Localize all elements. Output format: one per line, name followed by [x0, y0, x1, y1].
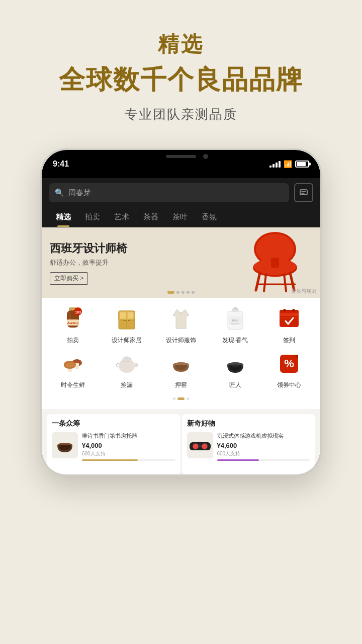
status-icons: 📶: [269, 160, 309, 168]
crowdfund-progress-fill: [82, 459, 138, 461]
coupon-icon: %: [276, 351, 302, 377]
category-coupon-label: 领券中心: [277, 381, 301, 389]
hero-title-small: 精选: [0, 30, 362, 58]
notch-camera: [203, 154, 208, 159]
search-bar: 🔍 周春芽: [42, 178, 320, 207]
pressed-icon: [168, 351, 194, 377]
crowdfund-product-image: [52, 432, 78, 458]
fragrance-icon: BRIG PARFUM: [224, 305, 247, 333]
category-coupon[interactable]: % 领券中心: [266, 350, 312, 389]
svg-rect-34: [280, 313, 299, 316]
artisan-icon: [222, 351, 248, 377]
category-designer-home[interactable]: 设计师家居: [104, 305, 149, 345]
message-icon[interactable]: [294, 183, 313, 202]
crowdfund-product[interactable]: 唯诗书香门第书房托器 ¥4,000 600人支持: [52, 432, 175, 461]
hero-title-large: 全球数千个良品品牌: [0, 62, 362, 98]
signin-icon-wrap: [275, 305, 303, 333]
category-seasonal-label: 时令生鲜: [61, 381, 85, 389]
novelty-product-info: 沉浸式体感游戏机虚拟现实 ¥4,600 600人支持: [217, 432, 311, 461]
battery-fill: [297, 162, 306, 166]
category-designer-fashion[interactable]: 设计师服饰: [158, 305, 204, 345]
svg-point-36: [283, 309, 286, 312]
category-pressed[interactable]: 押窑: [158, 350, 204, 389]
dot-3: [182, 291, 185, 294]
svg-text:183: 183: [75, 310, 81, 314]
svg-text:BRIG: BRIG: [232, 319, 238, 322]
search-input[interactable]: 周春芽: [68, 188, 91, 198]
tab-chaji[interactable]: 茶器: [136, 207, 165, 227]
svg-point-47: [122, 365, 132, 369]
auction-icon-wrap: Auction 183: [59, 305, 87, 333]
phone-wrapper: 9:41 📶: [0, 148, 362, 476]
category-fragrance-label: 发现·香气: [222, 336, 248, 345]
novelty-product-image: [187, 432, 213, 458]
ind-dot-1: [173, 397, 175, 400]
phone-time: 9:41: [53, 159, 69, 169]
designer-fashion-icon: [169, 305, 193, 333]
bargain-icon-wrap: [113, 350, 141, 378]
category-pressed-label: 押窑: [175, 381, 187, 389]
svg-rect-57: [199, 445, 202, 447]
search-input-area[interactable]: 🔍 周春芽: [49, 183, 289, 202]
crowdfund-progress-bar: [82, 459, 175, 461]
bargain-icon: [114, 351, 140, 377]
svg-line-5: [256, 273, 260, 290]
nav-tabs: 精选 拍卖 艺术 茶器 茶叶 香氛: [42, 207, 320, 227]
ind-dot-3: [187, 397, 189, 400]
tab-xiangqi[interactable]: 香氛: [195, 207, 224, 227]
tab-paimai[interactable]: 拍卖: [78, 207, 107, 227]
category-fragrance[interactable]: BRIG PARFUM 发现·香气: [213, 305, 258, 345]
category-designer-home-label: 设计师家居: [112, 336, 142, 345]
battery-icon: [295, 160, 309, 168]
svg-point-46: [124, 357, 129, 360]
novelty-product[interactable]: 沉浸式体感游戏机虚拟现实 ¥4,600 600人支持: [187, 432, 311, 461]
category-artisan-label: 匠人: [229, 381, 241, 389]
dot-5: [192, 291, 195, 294]
phone-notch: [141, 150, 221, 164]
signin-icon: [277, 306, 302, 332]
category-paimai[interactable]: Auction 183 拍卖: [50, 305, 96, 345]
category-artisan[interactable]: 匠人: [213, 350, 258, 389]
fragrance-icon-wrap: BRIG PARFUM: [221, 305, 249, 333]
category-grid: Auction 183 拍卖: [42, 298, 320, 409]
banner-cta-button[interactable]: 立即购买 >: [50, 272, 88, 285]
svg-line-8: [284, 274, 286, 291]
svg-point-37: [292, 309, 295, 312]
banner[interactable]: 西班牙设计师椅 舒适办公，效率提升 立即购买 >: [42, 227, 320, 298]
category-bargain[interactable]: 捡漏: [104, 350, 149, 389]
svg-point-56: [202, 443, 208, 449]
category-paimai-label: 拍卖: [67, 336, 79, 345]
svg-rect-0: [300, 190, 307, 195]
tab-yishu[interactable]: 艺术: [107, 207, 136, 227]
seasonal-icon-wrap: [59, 350, 87, 378]
category-signin[interactable]: 签到: [266, 305, 312, 345]
category-designer-fashion-label: 设计师服饰: [166, 336, 196, 345]
category-bargain-label: 捡漏: [121, 381, 133, 389]
ind-dot-2: [177, 397, 185, 400]
hero-subtitle: 专业团队亲测品质: [0, 106, 362, 123]
seasonal-icon: [60, 351, 86, 377]
category-row-2: 时令生鲜: [46, 350, 316, 389]
category-seasonal[interactable]: 时令生鲜: [50, 350, 96, 389]
svg-point-43: [65, 363, 75, 367]
novelty-progress-fill: [217, 459, 259, 461]
category-signin-label: 签到: [283, 336, 295, 345]
search-icon: 🔍: [55, 188, 64, 197]
notch-bar: [166, 155, 196, 158]
banner-watermark: 资质与规则: [291, 288, 316, 295]
crowdfund-section: 一条众筹 唯诗书香门第书房托器 ¥4,000: [47, 414, 180, 474]
novelty-title: 新奇好物: [187, 419, 311, 428]
novelty-product-price: ¥4,600: [217, 442, 311, 449]
novelty-section: 新奇好物 沉浸式体感游戏机虚拟现实: [182, 414, 316, 474]
tab-jingxuan[interactable]: 精选: [49, 207, 78, 227]
crowdfund-product-support: 600人支持: [82, 450, 175, 457]
phone-status-bar: 9:41 📶: [42, 150, 320, 178]
svg-line-7: [264, 274, 266, 291]
chair-illustration: [230, 230, 310, 295]
novelty-progress-bar: [217, 459, 311, 461]
coupon-icon-wrap: %: [275, 350, 303, 378]
designer-fashion-icon-wrap: [167, 305, 195, 333]
svg-text:Auction: Auction: [67, 321, 79, 325]
sections-row: 一条众筹 唯诗书香门第书房托器 ¥4,000: [42, 409, 320, 474]
tab-chaye[interactable]: 茶叶: [165, 207, 195, 227]
